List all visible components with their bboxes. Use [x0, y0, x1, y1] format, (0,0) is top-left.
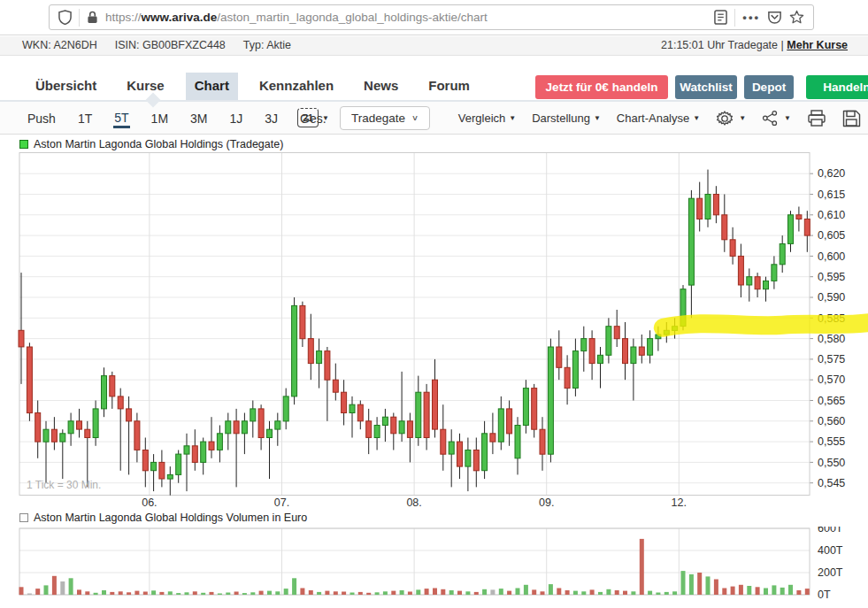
lock-icon[interactable]: [87, 11, 98, 24]
volume-chart-title: Aston Martin Lagonda Global Holdings Vol…: [34, 512, 307, 524]
indicators-icon[interactable]: [762, 110, 779, 127]
svg-text:0,610: 0,610: [818, 209, 845, 221]
svg-text:0,620: 0,620: [818, 167, 845, 180]
url-path: /aston_martin_lagonda_global_holdings-ak…: [217, 11, 487, 24]
type-value: Typ: Aktie: [243, 39, 291, 51]
shield-icon[interactable]: [58, 10, 72, 25]
chevron-down-icon: ▼: [693, 114, 700, 122]
chevron-down-icon: ▼: [509, 114, 516, 122]
pocket-icon[interactable]: [767, 10, 782, 25]
wkn-value: WKN: A2N6DH: [22, 39, 97, 51]
tab-forum[interactable]: Forum: [419, 73, 479, 101]
range-3j[interactable]: 3J: [264, 110, 279, 127]
volume-chart-legend: Aston Martin Lagonda Global Holdings Vol…: [19, 512, 307, 524]
range-1j[interactable]: 1J: [229, 110, 244, 127]
divider: [79, 9, 80, 27]
svg-text:200T: 200T: [818, 566, 843, 579]
tab-chart[interactable]: Chart: [186, 73, 238, 101]
volume-chart-canvas: 0T200T400T600T: [0, 527, 868, 608]
svg-text:1 Tick = 30 Min.: 1 Tick = 30 Min.: [27, 479, 101, 491]
page-actions-icon[interactable]: •••: [742, 11, 760, 24]
range-selector: Push 1T 5T 1M 3M 1J 3J Ges.: [27, 102, 327, 135]
page-nav: Übersicht Kurse Chart Kennzahlen News Fo…: [0, 73, 868, 101]
browser-chrome: https://www.ariva.de/aston_martin_lagond…: [0, 0, 868, 35]
date-picker[interactable]: 21 ▼: [297, 108, 329, 127]
chart-toolbar: Push 1T 5T 1M 3M 1J 3J Ges. 21 ▼ Tradega…: [0, 102, 868, 135]
url-text: https://www.ariva.de/aston_martin_lagond…: [105, 11, 707, 24]
svg-text:0,580: 0,580: [818, 333, 845, 345]
exchange-select-value: Tradegate: [351, 112, 405, 125]
svg-text:12.: 12.: [672, 496, 687, 509]
range-1m[interactable]: 1M: [150, 110, 169, 127]
menu-darstellung[interactable]: Darstellung▼: [532, 112, 601, 125]
svg-text:0,615: 0,615: [818, 189, 845, 201]
chevron-down-icon: ▼: [594, 114, 601, 122]
svg-text:0,565: 0,565: [818, 395, 845, 407]
reader-mode-icon[interactable]: [714, 10, 727, 25]
trade-promo-button[interactable]: Jetzt für 0€ handeln: [535, 75, 668, 99]
menu-chart-analyse[interactable]: Chart-Analyse▼: [617, 112, 700, 125]
series-swatch-volume: [19, 513, 28, 522]
price-chart-legend: Aston Martin Lagonda Global Holdings (Tr…: [19, 138, 283, 150]
range-3m[interactable]: 3M: [189, 110, 208, 127]
svg-text:0,595: 0,595: [818, 271, 845, 283]
highlighter-annotation: [663, 322, 868, 327]
svg-text:0,555: 0,555: [818, 435, 845, 448]
price-chart-canvas[interactable]: 0,5450,5500,5550,5600,5650,5700,5750,580…: [0, 152, 868, 512]
svg-text:0T: 0T: [818, 589, 831, 601]
isin-value: ISIN: GB00BFXZC448: [115, 39, 226, 51]
range-push[interactable]: Push: [27, 110, 57, 127]
svg-text:0,545: 0,545: [818, 477, 845, 489]
divider: [734, 9, 735, 27]
svg-text:07.: 07.: [274, 496, 289, 509]
svg-text:0,560: 0,560: [818, 415, 845, 427]
tab-kurse[interactable]: Kurse: [118, 73, 173, 101]
svg-text:0,590: 0,590: [818, 291, 845, 304]
svg-text:08.: 08.: [406, 496, 421, 509]
quote-timestamp: 21:15:01 Uhr Tradegate: [661, 39, 778, 51]
tab-kennzahlen[interactable]: Kennzahlen: [250, 73, 342, 101]
more-quotes-link[interactable]: Mehr Kurse: [787, 39, 848, 51]
tab-uebersicht[interactable]: Übersicht: [27, 73, 105, 101]
price-chart-title: Aston Martin Lagonda Global Holdings (Tr…: [34, 138, 283, 150]
svg-text:0,575: 0,575: [818, 353, 845, 366]
url-domain: www.ariva.de: [142, 11, 218, 24]
settings-gear-icon[interactable]: [716, 110, 734, 127]
tab-news[interactable]: News: [355, 73, 407, 101]
chevron-down-icon: ▼: [322, 114, 329, 122]
bookmark-star-icon[interactable]: [789, 10, 804, 25]
url-scheme: https://: [105, 11, 142, 24]
svg-text:0,570: 0,570: [818, 373, 845, 386]
svg-text:09.: 09.: [539, 496, 554, 509]
svg-text:0,550: 0,550: [818, 457, 845, 469]
chevron-down-icon: ∨: [411, 113, 419, 122]
svg-text:06.: 06.: [142, 496, 157, 509]
instrument-info-bar: WKN: A2N6DH ISIN: GB00BFXZC448 Typ: Akti…: [0, 36, 868, 56]
handeln-button[interactable]: Handeln: [806, 75, 868, 99]
series-swatch-green: [19, 140, 28, 149]
chevron-down-icon[interactable]: ▼: [784, 114, 791, 122]
depot-button[interactable]: Depot: [744, 75, 794, 99]
range-5t[interactable]: 5T: [113, 109, 129, 128]
printer-icon[interactable]: [807, 110, 826, 127]
save-disk-icon[interactable]: [842, 110, 861, 127]
url-bar[interactable]: https://www.ariva.de/aston_martin_lagond…: [49, 4, 814, 30]
calendar-icon[interactable]: 21: [297, 108, 319, 127]
exchange-select[interactable]: Tradegate ∨: [340, 106, 430, 130]
menu-vergleich[interactable]: Vergleich▼: [458, 112, 516, 125]
svg-text:0,600: 0,600: [818, 250, 845, 263]
watchlist-button[interactable]: Watchlist: [675, 75, 737, 99]
chevron-down-icon[interactable]: ▼: [739, 114, 746, 122]
svg-text:400T: 400T: [818, 544, 843, 557]
svg-text:0,605: 0,605: [818, 229, 845, 242]
range-1t[interactable]: 1T: [77, 110, 93, 127]
svg-text:600T: 600T: [818, 527, 843, 535]
nav-tabs: Übersicht Kurse Chart Kennzahlen News Fo…: [27, 73, 479, 101]
